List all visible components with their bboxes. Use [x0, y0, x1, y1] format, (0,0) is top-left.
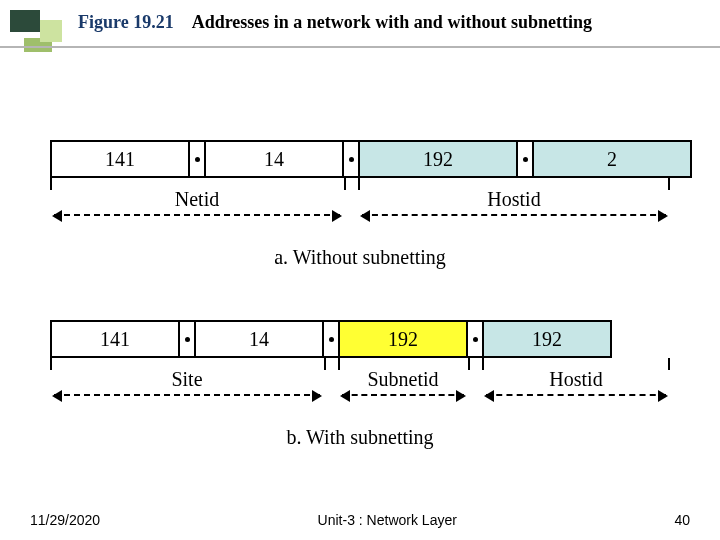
figure-title-row: Figure 19.21 Addresses in a network with… [78, 12, 592, 33]
footer-page: 40 [674, 512, 690, 528]
slide: Figure 19.21 Addresses in a network with… [0, 0, 720, 540]
octet-cell: 141 [50, 320, 180, 358]
dot-separator [344, 140, 358, 178]
octet-row: 141 14 192 2 [50, 140, 670, 178]
dot-separator [180, 320, 194, 358]
octet-cell: 2 [532, 140, 692, 178]
header-rule [0, 46, 720, 48]
slide-footer: 11/29/2020 Unit-3 : Network Layer 40 [0, 512, 720, 528]
diagram-with-subnetting: 141 14 192 192 Site Subnetid Hostid [50, 320, 670, 449]
octet-cell: 14 [194, 320, 324, 358]
dot-separator [324, 320, 338, 358]
hostid-label: Hostid [547, 368, 604, 391]
diagram-without-subnetting: 141 14 192 2 Netid Hostid a. Without sub… [50, 140, 670, 269]
arrow-row: Site Subnetid Hostid [50, 372, 670, 396]
subnetid-span: Subnetid [342, 394, 464, 396]
hostid-span: Hostid [486, 394, 666, 396]
figure-title: Addresses in a network with and without … [192, 12, 592, 32]
octet-cell: 192 [358, 140, 518, 178]
netid-label: Netid [173, 188, 221, 211]
subnetid-label: Subnetid [365, 368, 440, 391]
dot-separator [190, 140, 204, 178]
caption-a: a. Without subnetting [50, 246, 670, 269]
header-decoration [10, 10, 60, 60]
footer-unit: Unit-3 : Network Layer [318, 512, 457, 528]
hostid-label: Hostid [485, 188, 542, 211]
octet-cell: 14 [204, 140, 344, 178]
octet-cell: 141 [50, 140, 190, 178]
caption-b: b. With subnetting [50, 426, 670, 449]
octet-cell: 192 [482, 320, 612, 358]
octet-cell: 192 [338, 320, 468, 358]
footer-date: 11/29/2020 [30, 512, 100, 528]
site-span: Site [54, 394, 320, 396]
arrow-row: Netid Hostid [50, 192, 670, 216]
dot-separator [518, 140, 532, 178]
hostid-span: Hostid [362, 214, 666, 216]
tick-row [50, 178, 670, 190]
site-label: Site [169, 368, 204, 391]
dot-separator [468, 320, 482, 358]
figure-number: Figure 19.21 [78, 12, 174, 32]
netid-span: Netid [54, 214, 340, 216]
octet-row: 141 14 192 192 [50, 320, 670, 358]
